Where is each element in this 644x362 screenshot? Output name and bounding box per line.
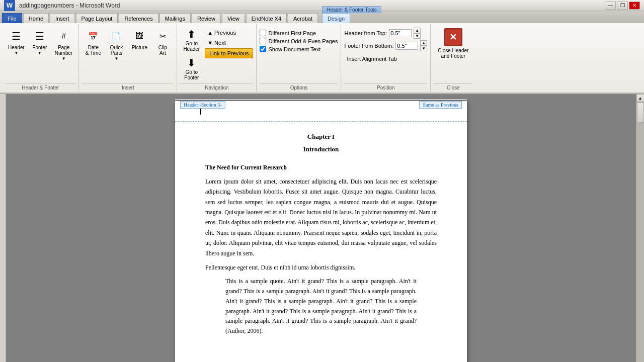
minimize-button[interactable]: — bbox=[605, 2, 616, 10]
link-to-previous-label: Link to Previous bbox=[209, 50, 249, 56]
header-section-label: Header -Section 3- bbox=[180, 101, 225, 109]
header-from-top-spinner[interactable]: ▲ ▼ bbox=[414, 28, 421, 39]
tab-design[interactable]: Design bbox=[322, 13, 350, 23]
tab-home[interactable]: Home bbox=[23, 13, 49, 23]
page-number-label: PageNumber bbox=[55, 45, 73, 56]
link-to-previous-button[interactable]: Link to Previous bbox=[205, 48, 253, 58]
different-odd-even-option[interactable]: Different Odd & Even Pages bbox=[260, 37, 338, 45]
header-button[interactable]: ☰ Header ▼ bbox=[5, 26, 28, 57]
ribbon-content: ☰ Header ▼ ☰ Footer ▼ # PageNumber ▼ Hea… bbox=[0, 23, 644, 94]
ribbon-group-header-footer: ☰ Header ▼ ☰ Footer ▼ # PageNumber ▼ Hea… bbox=[2, 24, 79, 92]
same-as-previous-label: Same as Previous bbox=[419, 101, 462, 109]
picture-button[interactable]: 🖼 Picture bbox=[128, 26, 150, 52]
different-odd-even-label: Different Odd & Even Pages bbox=[268, 38, 338, 44]
page-number-button[interactable]: # PageNumber ▼ bbox=[52, 26, 76, 63]
footer-down-arrow[interactable]: ▼ bbox=[420, 46, 427, 51]
ribbon-group-position: Header from Top: ▲ ▼ Footer from Bottom:… bbox=[341, 24, 431, 92]
go-to-footer-button[interactable]: ⬇ Go toFooter bbox=[180, 55, 203, 82]
right-scrollbar[interactable]: ▲ ⊞ ▼ bbox=[636, 94, 644, 362]
page: Header -Section 3- Same as Previous Chap… bbox=[175, 101, 467, 362]
next-button[interactable]: ▼ Next bbox=[205, 38, 253, 47]
page-number-icon: # bbox=[56, 28, 72, 44]
tab-insert[interactable]: Insert bbox=[50, 13, 75, 23]
different-first-page-checkbox[interactable] bbox=[260, 30, 266, 36]
header-cursor bbox=[200, 108, 201, 115]
header-down-arrow[interactable]: ▼ bbox=[414, 33, 421, 39]
close-button[interactable]: ✕ bbox=[629, 2, 640, 10]
body-paragraph-2: Pellentesque eget erat. Duis et nibh id … bbox=[205, 262, 437, 273]
show-document-text-label: Show Document Text bbox=[268, 46, 320, 52]
show-document-text-checkbox[interactable] bbox=[260, 46, 266, 52]
scrollbar-thumb[interactable] bbox=[637, 103, 644, 123]
page-header-zone[interactable]: Header -Section 3- Same as Previous bbox=[175, 101, 467, 122]
insert-alignment-tab-button[interactable]: Insert Alignment Tab bbox=[344, 54, 427, 63]
tab-endnote[interactable]: EndNote X4 bbox=[246, 13, 287, 23]
restore-button[interactable]: ❒ bbox=[617, 2, 628, 10]
close-header-footer-label: Close Headerand Footer bbox=[438, 48, 468, 59]
document-content: Header -Section 3- Same as Previous Chap… bbox=[6, 94, 636, 362]
footer-from-bottom-spinner[interactable]: ▲ ▼ bbox=[420, 40, 427, 51]
quick-parts-button[interactable]: 📄 QuickParts ▼ bbox=[105, 26, 127, 63]
body-paragraph-1: Lorem ipsum dolor sit amet, consectetuer… bbox=[205, 176, 437, 258]
tab-view[interactable]: View bbox=[222, 13, 245, 23]
clip-art-button[interactable]: ✂ ClipArt bbox=[151, 26, 174, 58]
options-group-label: Options bbox=[260, 83, 338, 92]
go-to-header-label: Go toHeader bbox=[183, 41, 200, 52]
header-icon: ☰ bbox=[8, 28, 24, 44]
close-group-label: Close bbox=[434, 83, 472, 92]
clip-art-icon: ✂ bbox=[154, 28, 171, 44]
date-time-icon: 📅 bbox=[85, 28, 101, 44]
header-from-top-input[interactable] bbox=[389, 29, 412, 37]
footer-from-bottom-row: Footer from Bottom: ▲ ▼ bbox=[344, 40, 427, 52]
tab-file[interactable]: File bbox=[2, 13, 22, 23]
tab-review[interactable]: Review bbox=[192, 13, 221, 23]
date-time-button[interactable]: 📅 Date& Time bbox=[82, 26, 104, 58]
header-from-top-label: Header from Top: bbox=[344, 30, 387, 36]
options-stack: Different First Page Different Odd & Eve… bbox=[260, 25, 338, 83]
previous-icon: ▲ bbox=[207, 30, 213, 36]
go-to-footer-icon: ⬇ bbox=[187, 57, 196, 69]
quick-parts-label: QuickParts bbox=[110, 45, 123, 56]
show-document-text-option[interactable]: Show Document Text bbox=[260, 45, 338, 53]
go-to-header-icon: ⬆ bbox=[187, 28, 196, 40]
footer-from-bottom-input[interactable] bbox=[395, 42, 418, 50]
next-label: Next bbox=[214, 40, 226, 46]
footer-from-bottom-label: Footer from Bottom: bbox=[344, 43, 393, 49]
different-odd-even-checkbox[interactable] bbox=[260, 38, 266, 44]
footer-button[interactable]: ☰ Footer ▼ bbox=[29, 26, 51, 57]
tab-page-layout[interactable]: Page Layout bbox=[76, 13, 118, 23]
tab-bar: File Home Insert Page Layout References … bbox=[0, 11, 644, 23]
go-to-footer-label: Go toFooter bbox=[184, 69, 199, 80]
go-to-header-button[interactable]: ⬆ Go toHeader bbox=[180, 26, 203, 54]
close-header-footer-icon: ✕ bbox=[444, 28, 462, 46]
tab-acrobat[interactable]: Acrobat bbox=[288, 13, 318, 23]
tab-references[interactable]: References bbox=[119, 13, 158, 23]
quick-parts-icon: 📄 bbox=[108, 28, 124, 44]
picture-icon: 🖼 bbox=[131, 28, 147, 44]
body-paragraph-quote: This is a sample quote. Ain't it grand? … bbox=[225, 277, 417, 336]
left-ruler bbox=[0, 94, 6, 362]
page-number-dropdown-arrow: ▼ bbox=[62, 56, 66, 61]
word-icon: W bbox=[4, 0, 15, 11]
ribbon-group-close: ✕ Close Headerand Footer Close bbox=[431, 24, 475, 92]
scroll-up-button[interactable]: ▲ bbox=[636, 94, 645, 102]
previous-label: Previous bbox=[214, 30, 236, 36]
scrollbar-track[interactable] bbox=[636, 102, 645, 362]
header-up-arrow[interactable]: ▲ bbox=[414, 28, 421, 33]
close-header-footer-button[interactable]: ✕ Close Headerand Footer bbox=[434, 26, 472, 61]
insert-group-label: Insert bbox=[82, 83, 174, 92]
ribbon-group-insert: 📅 Date& Time 📄 QuickParts ▼ 🖼 Picture ✂ … bbox=[79, 24, 177, 92]
titlebar-title: addingpagenumbers - Microsoft Word bbox=[19, 2, 120, 9]
tab-mailings[interactable]: Mailings bbox=[159, 13, 191, 23]
titlebar-left: W addingpagenumbers - Microsoft Word bbox=[4, 0, 120, 11]
ribbon-group-navigation: ⬆ Go toHeader ⬇ Go toFooter ▲ Previous ▼ bbox=[177, 24, 257, 92]
position-group-label: Position bbox=[344, 83, 427, 92]
different-first-page-option[interactable]: Different First Page bbox=[260, 29, 338, 37]
context-tab-label: Header & Footer Tools bbox=[322, 6, 381, 13]
header-content-area[interactable] bbox=[200, 107, 442, 117]
close-buttons: ✕ Close Headerand Footer bbox=[434, 25, 472, 83]
next-icon: ▼ bbox=[207, 40, 213, 46]
section-heading: The Need for Current Research bbox=[205, 163, 437, 172]
previous-button[interactable]: ▲ Previous bbox=[205, 28, 253, 37]
footer-up-arrow[interactable]: ▲ bbox=[420, 40, 427, 46]
